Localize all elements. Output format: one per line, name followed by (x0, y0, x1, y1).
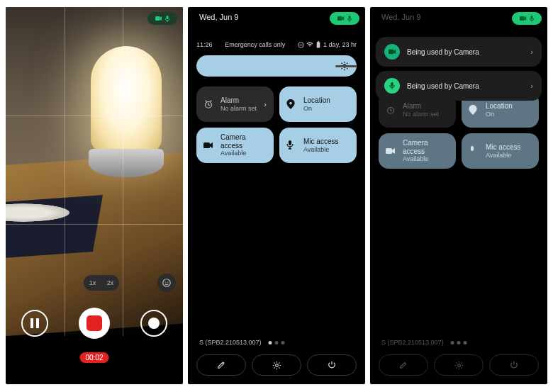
tile-title: Mic access (486, 143, 520, 152)
location-icon (469, 105, 480, 115)
alarm-icon (386, 105, 397, 115)
brightness-track (335, 65, 357, 67)
svg-line-18 (342, 68, 342, 69)
svg-point-2 (163, 279, 171, 287)
svg-line-19 (347, 63, 347, 64)
recording-timer: 00:02 (79, 352, 108, 363)
stop-icon (86, 315, 102, 331)
record-stop-button[interactable] (79, 308, 110, 339)
chevron-right-icon: › (264, 100, 267, 108)
svg-point-34 (457, 364, 460, 366)
mic-indicator-icon (347, 16, 352, 22)
tile-title: Camera access (220, 133, 267, 150)
svg-rect-28 (531, 16, 533, 19)
tile-camera-access[interactable]: Camera accessAvailable (379, 133, 456, 169)
svg-point-23 (289, 102, 292, 105)
settings-button[interactable] (434, 354, 484, 376)
camera-icon (203, 142, 215, 149)
svg-rect-0 (155, 16, 160, 21)
tile-alarm[interactable]: AlarmNo alarm set › (196, 86, 274, 122)
status-row: 11:26 Emergency calls only 1 day, 23 hr (196, 41, 357, 48)
status-pill-active[interactable] (330, 12, 359, 25)
status-pill-recording[interactable] (147, 12, 177, 25)
svg-line-17 (347, 68, 347, 69)
svg-rect-6 (349, 16, 351, 19)
notification-text: Being used by Camera (407, 82, 479, 90)
svg-line-21 (206, 101, 207, 102)
tile-title: Location (303, 96, 330, 105)
mic-indicator-icon (530, 16, 534, 22)
svg-point-4 (167, 281, 168, 282)
zoom-selector[interactable]: 1x 2x (84, 275, 119, 291)
zoom-1x[interactable]: 1x (89, 279, 96, 286)
zoom-2x[interactable]: 2x (107, 279, 114, 286)
camera-indicator-icon (520, 16, 527, 21)
scene-lamp-base (89, 149, 164, 177)
edit-button[interactable] (379, 354, 428, 376)
tile-location[interactable]: LocationOn (279, 86, 357, 122)
svg-rect-31 (471, 146, 474, 151)
svg-rect-27 (520, 16, 525, 21)
tile-mic-access[interactable]: Mic accessAvailable (462, 133, 539, 169)
notification-mic[interactable]: Being used by Camera › (376, 71, 542, 101)
camera-icon (384, 44, 400, 60)
page-indicator (451, 341, 467, 345)
status-date: Wed, Jun 9 (199, 13, 238, 21)
status-pill-active[interactable] (512, 12, 542, 25)
edit-button[interactable] (196, 354, 246, 376)
phone-camera: 1x 2x 00:02 (6, 7, 183, 384)
camera-controls (6, 306, 183, 340)
notification-text: Being used by Camera (407, 48, 479, 56)
svg-rect-9 (317, 42, 320, 47)
status-emergency: Emergency calls only (225, 41, 285, 48)
tile-title: Camera access (403, 139, 449, 155)
svg-rect-32 (389, 50, 393, 54)
svg-rect-25 (289, 140, 291, 145)
chevron-right-icon: › (530, 47, 533, 56)
capture-still-button[interactable] (140, 310, 167, 337)
svg-rect-5 (337, 16, 342, 21)
phone-quicksettings-dimmed: Wed, Jun 9 AlarmNo alarm set LocationOn … (370, 7, 547, 384)
svg-rect-30 (386, 148, 392, 154)
pause-icon (30, 318, 39, 328)
gear-icon (272, 361, 281, 370)
chevron-right-icon: › (530, 82, 533, 90)
svg-rect-10 (318, 41, 319, 42)
camera-indicator-icon (337, 16, 345, 21)
phone-quicksettings: Wed, Jun 9 11:26 Emergency calls only 1 … (188, 7, 365, 384)
grid-line (6, 116, 183, 116)
brightness-slider[interactable] (196, 55, 357, 77)
qs-bottom-row (379, 354, 539, 376)
svg-line-22 (211, 101, 212, 102)
settings-button[interactable] (252, 354, 301, 376)
face-retouch-button[interactable] (157, 274, 176, 292)
battery-icon (315, 41, 321, 48)
status-date: Wed, Jun 9 (381, 13, 420, 21)
scene-lamp (91, 46, 162, 152)
svg-rect-24 (203, 142, 210, 148)
power-button[interactable] (307, 354, 357, 376)
tile-camera-access[interactable]: Camera accessAvailable (196, 128, 274, 163)
power-icon (510, 361, 518, 369)
tile-title: Mic access (303, 138, 338, 146)
svg-point-3 (165, 281, 166, 282)
status-time: 11:26 (196, 41, 213, 48)
power-icon (328, 361, 336, 369)
notification-camera[interactable]: Being used by Camera › (376, 37, 542, 67)
mic-icon (286, 140, 298, 150)
pencil-icon (217, 361, 225, 369)
power-button[interactable] (489, 354, 539, 376)
tile-title: Alarm (220, 96, 257, 105)
tile-sub: Available (220, 150, 267, 157)
build-number: S (SPB2.210513.007) (199, 339, 262, 346)
tile-sub: On (486, 111, 513, 118)
svg-rect-1 (167, 16, 169, 19)
gear-icon (454, 361, 464, 370)
dnd-icon (298, 42, 304, 48)
tile-mic-access[interactable]: Mic accessAvailable (279, 128, 357, 163)
grid-line (65, 7, 65, 336)
pause-button[interactable] (21, 310, 48, 337)
face-icon (162, 278, 172, 288)
wifi-icon (306, 42, 313, 47)
tile-sub: No alarm set (220, 105, 257, 112)
